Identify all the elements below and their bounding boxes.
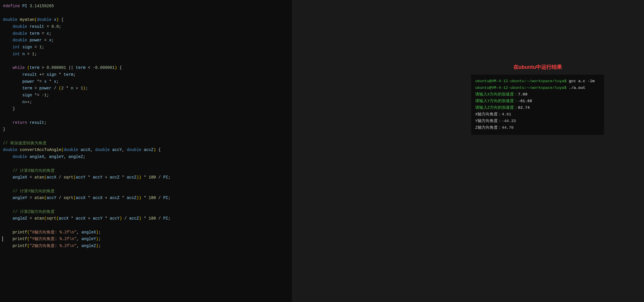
code-line: result += sign * term; <box>0 71 292 78</box>
term-label-3: 请输入X方向的加速度： <box>475 92 518 97</box>
code-line: double angleX, angleY, angleZ; <box>0 154 292 161</box>
code-line: angleZ = atan(sqrt(accX * accX + accY * … <box>0 215 292 222</box>
terminal-line-4: 请输入Y方向的加速度：-61.68 <box>475 98 600 105</box>
code-line: sign *= -1; <box>0 92 292 99</box>
terminal-body: ubuntu@VM-4-12-ubuntu:~/workspace/tuya$ … <box>471 75 604 135</box>
code-line: double term = x; <box>0 30 292 37</box>
code-line: // 计算Z轴方向的角度 <box>0 209 292 216</box>
code-line: int sign = 1; <box>0 44 292 51</box>
term-prompt-1: ubuntu@VM-4-12-ubuntu:~/workspace/tuya$ <box>475 79 567 83</box>
code-line: return result; <box>0 119 292 126</box>
code-line: power *= x * x; <box>0 78 292 85</box>
code-line <box>0 133 292 140</box>
code-line: term = power / (2 * n + 1); <box>0 85 292 92</box>
term-value-4: -61.68 <box>518 99 532 103</box>
term-line-7: Y轴方向角度：-44.33 <box>475 119 516 123</box>
code-line: angleX = atan(accX / sqrt(accY * accY + … <box>0 174 292 181</box>
code-line: double myatan(double x) { <box>0 16 292 23</box>
term-label-4: 请输入Y方向的加速度： <box>475 99 518 103</box>
term-line-8: Z轴方向角度：44.70 <box>475 126 514 130</box>
code-line <box>0 58 292 65</box>
code-line: // 将加速度转换为角度 <box>0 140 292 147</box>
terminal-line-7: Y轴方向角度：-44.33 <box>475 118 600 125</box>
code-line: } <box>0 106 292 113</box>
code-line: printf("X轴方向角度: %.2f\n", angleX); <box>0 229 292 236</box>
terminal-line-8: Z轴方向角度：44.70 <box>475 125 600 131</box>
main-container: #define PI 3.14159265 double myatan(doub… <box>0 0 644 302</box>
term-value-3: 7.09 <box>518 92 527 97</box>
code-line <box>0 181 292 188</box>
term-line-6: X轴方向角度：4.61 <box>475 112 511 117</box>
term-cmd-2: ./a.out <box>567 86 585 90</box>
term-prompt-2: ubuntu@VM-4-12-ubuntu:~/workspace/tuya$ <box>475 86 567 90</box>
term-value-5: 62.74 <box>518 106 530 110</box>
terminal-line-5: 请输入Z方向的加速度：62.74 <box>475 105 600 111</box>
code-line <box>0 161 292 167</box>
code-line: int n = 1; <box>0 51 292 58</box>
code-line <box>0 222 292 229</box>
term-label-5: 请输入Z方向的加速度： <box>475 106 518 110</box>
code-line: } <box>0 126 292 133</box>
terminal-line-6: X轴方向角度：4.61 <box>475 111 600 118</box>
code-line: while (term > 0.000001 || term < -0.0000… <box>0 65 292 71</box>
terminal-line-1: ubuntu@VM-4-12-ubuntu:~/workspace/tuya$ … <box>475 78 600 85</box>
code-line: double power = x; <box>0 37 292 44</box>
code-line: double result = 0.0; <box>0 23 292 30</box>
code-line: n++; <box>0 99 292 106</box>
terminal-line-3: 请输入X方向的加速度：7.09 <box>475 91 600 98</box>
code-line <box>0 202 292 209</box>
code-line <box>0 113 292 119</box>
code-panel: #define PI 3.14159265 double myatan(doub… <box>0 0 292 302</box>
terminal-overlay: 在ubuntu中运行结果 ubuntu@VM-4-12-ubuntu:~/wor… <box>471 64 604 135</box>
code-line: double convertAccToAngle(double accX, do… <box>0 147 292 154</box>
code-line <box>0 10 292 17</box>
code-line: // 计算Y轴方向的角度 <box>0 188 292 195</box>
code-line: #define PI 3.14159265 <box>0 3 292 10</box>
right-side: 在ubuntu中运行结果 ubuntu@VM-4-12-ubuntu:~/wor… <box>292 0 644 302</box>
terminal-title: 在ubuntu中运行结果 <box>471 64 604 71</box>
code-line-cursor: printf("Y轴方向角度: %.2f\n", angleY); <box>0 236 292 243</box>
code-line: printf("Z轴方向角度: %.2f\n", angleZ); <box>0 243 292 250</box>
code-line: // 计算X轴方向的角度 <box>0 167 292 174</box>
code-line: angleY = atan(accY / sqrt(accX * accX + … <box>0 195 292 202</box>
term-cmd-1: gcc a.c -lm <box>567 79 595 83</box>
terminal-line-2: ubuntu@VM-4-12-ubuntu:~/workspace/tuya$ … <box>475 85 600 91</box>
